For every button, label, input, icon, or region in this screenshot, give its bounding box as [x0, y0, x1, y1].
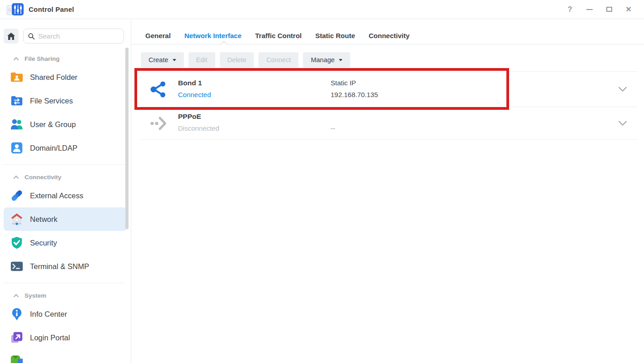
pppoe-interface-icon: [150, 114, 168, 132]
sidebar-scrollbar-thumb[interactable]: [125, 48, 129, 229]
search-box: [23, 29, 124, 44]
sidebar-item-domain-ldap[interactable]: Domain/LDAP: [4, 136, 127, 160]
edit-button[interactable]: Edit: [188, 52, 215, 68]
control-panel-window: Control Panel ? ✕: [0, 0, 644, 363]
login-portal-icon: [10, 331, 24, 344]
tab-underline: [132, 44, 644, 44]
search-input[interactable]: [38, 32, 119, 40]
external-access-icon: [10, 189, 24, 202]
section-header-file-sharing[interactable]: File Sharing: [0, 52, 131, 65]
help-icon[interactable]: ?: [566, 6, 574, 13]
search-icon: [28, 33, 35, 40]
sidebar-item-label: Domain/LDAP: [30, 144, 78, 152]
tab-static-route[interactable]: Static Route: [315, 32, 355, 39]
connect-button[interactable]: Connect: [258, 52, 298, 68]
interface-name: Bond 1: [178, 79, 211, 87]
tab-connectivity[interactable]: Connectivity: [369, 32, 410, 39]
sidebar-divider: [4, 283, 124, 283]
toolbar: Create Edit Delete Connect Manage: [141, 52, 350, 68]
sidebar-item-user-group[interactable]: User & Group: [4, 113, 127, 136]
chevron-up-icon: [14, 294, 19, 297]
create-button-label: Create: [149, 56, 168, 64]
edit-button-label: Edit: [196, 56, 208, 64]
interface-ip-type: [331, 113, 335, 120]
create-button[interactable]: Create: [141, 52, 184, 68]
sidebar-item-label: Info Center: [30, 310, 67, 319]
sidebar: File Sharing Shared Folder File Services: [0, 20, 131, 363]
sidebar-item-partial[interactable]: [4, 349, 127, 363]
tab-network-interface[interactable]: Network Interface: [184, 32, 242, 39]
manage-button[interactable]: Manage: [303, 52, 350, 68]
minimize-icon[interactable]: [586, 6, 593, 13]
sidebar-item-external-access[interactable]: External Access: [4, 184, 127, 207]
sidebar-item-label: Network: [30, 215, 58, 224]
tab-traffic-control[interactable]: Traffic Control: [255, 32, 302, 39]
sidebar-item-network[interactable]: Network: [4, 207, 127, 231]
chevron-down-icon[interactable]: [619, 87, 627, 92]
tab-general[interactable]: General: [145, 32, 171, 39]
security-shield-icon: [10, 236, 24, 250]
interface-ip-address: --: [331, 124, 335, 132]
file-services-icon: [10, 94, 24, 108]
section-header-connectivity[interactable]: Connectivity: [0, 170, 131, 184]
interface-name: PPPoE: [178, 113, 219, 121]
interface-status: Disconnected: [178, 124, 219, 132]
home-icon: [7, 33, 15, 40]
shared-folder-icon: [10, 70, 24, 84]
control-panel-app-icon: [6, 2, 25, 17]
sidebar-divider: [4, 164, 124, 165]
tab-bar: General Network Interface Traffic Contro…: [145, 27, 410, 44]
chevron-up-icon: [14, 57, 19, 60]
sidebar-item-security[interactable]: Security: [4, 231, 127, 255]
interface-row-bond1[interactable]: Bond 1 Connected Static IP 192.168.70.13…: [141, 71, 638, 107]
delete-button[interactable]: Delete: [220, 52, 254, 68]
titlebar: Control Panel ? ✕: [0, 0, 644, 19]
sidebar-item-label: External Access: [30, 191, 83, 200]
connect-button-label: Connect: [266, 56, 291, 64]
sidebar-item-shared-folder[interactable]: Shared Folder: [4, 65, 127, 89]
bond-interface-icon: [150, 80, 168, 98]
sidebar-item-info-center[interactable]: Info Center: [4, 302, 127, 326]
info-center-icon: [10, 307, 24, 321]
interface-row-pppoe[interactable]: PPPoE Disconnected --: [141, 107, 638, 140]
home-button[interactable]: [4, 29, 19, 44]
sidebar-item-label: Security: [30, 239, 57, 247]
interface-list: Bond 1 Connected Static IP 192.168.70.13…: [141, 71, 638, 140]
sidebar-item-label: Login Portal: [30, 334, 70, 342]
window-controls: ? ✕: [566, 6, 638, 13]
network-icon: [10, 212, 24, 226]
delete-button-label: Delete: [228, 56, 247, 64]
interface-ip-type: Static IP: [331, 79, 378, 87]
dropdown-caret-icon: [339, 59, 342, 61]
active-tab-notch: [220, 41, 228, 44]
section-header-system[interactable]: System: [0, 289, 131, 302]
manage-button-label: Manage: [311, 56, 334, 64]
sidebar-item-label: User & Group: [30, 120, 76, 129]
main-content: General Network Interface Traffic Contro…: [132, 20, 644, 363]
dropdown-caret-icon: [173, 59, 176, 61]
sidebar-item-terminal-snmp[interactable]: Terminal & SNMP: [4, 255, 127, 278]
sidebar-item-login-portal[interactable]: Login Portal: [4, 326, 127, 349]
interface-status: Connected: [178, 91, 211, 98]
user-group-icon: [10, 118, 24, 131]
sidebar-item-file-services[interactable]: File Services: [4, 89, 127, 113]
close-icon[interactable]: ✕: [625, 6, 632, 13]
section-label: File Sharing: [25, 55, 59, 62]
section-label: Connectivity: [25, 174, 61, 181]
chevron-down-icon[interactable]: [619, 121, 627, 126]
chevron-up-icon: [14, 176, 19, 179]
sidebar-item-label: Shared Folder: [30, 73, 78, 82]
window-title: Control Panel: [29, 5, 74, 13]
terminal-icon: [10, 260, 24, 273]
section-label: System: [25, 292, 46, 299]
maximize-icon[interactable]: [605, 6, 613, 13]
regional-options-icon: [10, 354, 24, 363]
sidebar-item-label: File Services: [30, 97, 73, 105]
sidebar-item-label: Terminal & SNMP: [30, 262, 89, 271]
interface-ip-address: 192.168.70.135: [331, 91, 378, 98]
domain-ldap-icon: [10, 141, 24, 155]
